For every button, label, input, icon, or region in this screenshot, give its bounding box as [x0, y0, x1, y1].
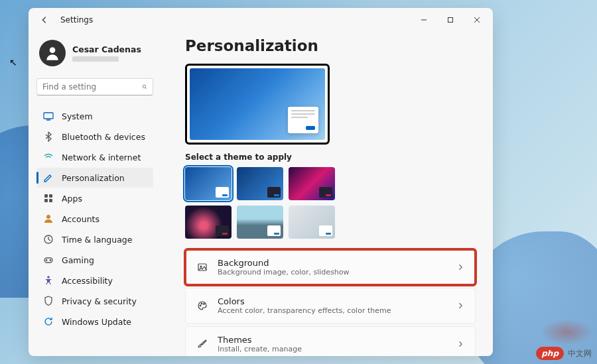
theme-caption: Select a theme to apply: [185, 152, 481, 162]
sidebar-item-label: Bluetooth & devices: [62, 132, 145, 142]
apps-icon: [43, 193, 54, 204]
settings-list: BackgroundBackground image, color, slide…: [185, 249, 481, 356]
svg-point-5: [143, 85, 146, 88]
svg-rect-10: [49, 194, 52, 198]
user-name: Cesar Cadenas: [72, 44, 141, 54]
sidebar-item-bluetooth-devices[interactable]: Bluetooth & devices: [36, 127, 153, 147]
search-text-field[interactable]: [42, 82, 142, 91]
sidebar-item-label: Accounts: [62, 214, 100, 224]
row-desc: Install, create, manage: [218, 345, 447, 353]
chevron-right-icon: [456, 261, 464, 274]
svg-line-6: [146, 88, 147, 90]
titlebar: Settings: [29, 8, 493, 32]
svg-rect-1: [448, 18, 453, 23]
theme-grid: [185, 167, 351, 239]
svg-point-19: [200, 266, 202, 267]
accounts-icon: [43, 213, 54, 224]
personalization-icon: [43, 172, 54, 183]
desktop-preview: [185, 64, 330, 145]
gaming-icon: [43, 255, 54, 265]
minimize-button[interactable]: [411, 10, 437, 30]
time-language-icon: [43, 234, 54, 245]
avatar: [39, 40, 66, 66]
sidebar-item-label: Accessibility: [62, 276, 113, 286]
sidebar-item-privacy-security[interactable]: Privacy & security: [36, 291, 153, 311]
sidebar-item-label: Time & language: [62, 235, 132, 245]
setting-row-background[interactable]: BackgroundBackground image, color, slide…: [185, 249, 476, 285]
theme-option-4[interactable]: [185, 206, 232, 239]
setting-row-themes[interactable]: ThemesInstall, create, manage: [185, 326, 476, 356]
close-button[interactable]: [464, 10, 490, 30]
sidebar-item-label: Apps: [62, 194, 82, 204]
sidebar-item-label: Network & internet: [62, 152, 141, 162]
row-desc: Background image, color, slideshow: [218, 268, 447, 276]
page-title: Personalization: [185, 37, 481, 54]
mouse-cursor: ↖: [9, 57, 17, 68]
sidebar-item-accessibility[interactable]: Accessibility: [36, 271, 153, 290]
sidebar-item-windows-update[interactable]: Windows Update: [36, 312, 153, 332]
row-title: Background: [218, 258, 447, 268]
svg-point-20: [200, 305, 201, 306]
user-account-block[interactable]: Cesar Cadenas: [36, 37, 153, 69]
update-icon: [43, 316, 54, 327]
privacy-icon: [43, 296, 54, 306]
setting-row-colors[interactable]: ColorsAccent color, transparency effects…: [185, 288, 476, 324]
sidebar-item-gaming[interactable]: Gaming: [36, 250, 153, 270]
svg-point-4: [50, 47, 56, 53]
sidebar-item-label: Gaming: [62, 255, 94, 265]
row-title: Themes: [218, 335, 447, 345]
svg-rect-12: [49, 199, 52, 202]
row-desc: Accent color, transparency effects, colo…: [218, 306, 447, 315]
sidebar-item-apps[interactable]: Apps: [36, 188, 153, 208]
nav-list: SystemBluetooth & devicesNetwork & inter…: [36, 106, 153, 332]
sidebar-item-network-internet[interactable]: Network & internet: [36, 147, 153, 167]
sidebar-item-label: Windows Update: [62, 317, 131, 327]
search-input[interactable]: [36, 78, 153, 95]
svg-point-13: [46, 215, 50, 219]
svg-point-22: [204, 304, 205, 305]
sidebar-item-system[interactable]: System: [36, 106, 153, 126]
search-icon: [142, 82, 147, 91]
watermark: php 中文网: [536, 347, 592, 360]
theme-option-1[interactable]: [185, 167, 232, 200]
sidebar-item-personalization[interactable]: Personalization: [36, 168, 153, 188]
sidebar: Cesar Cadenas SystemBluetooth & devicesN…: [29, 32, 161, 356]
back-button[interactable]: [36, 12, 52, 28]
svg-point-16: [50, 260, 51, 261]
chevron-right-icon: [456, 300, 464, 312]
theme-option-6[interactable]: [289, 206, 335, 239]
sidebar-item-label: System: [62, 111, 93, 121]
main-content: Personalization Select a theme to apply: [161, 32, 493, 356]
palette-icon: [196, 300, 208, 312]
system-icon: [43, 111, 54, 121]
sidebar-item-accounts[interactable]: Accounts: [36, 209, 153, 229]
svg-rect-7: [44, 113, 53, 119]
row-title: Colors: [218, 296, 447, 306]
svg-point-17: [47, 276, 50, 278]
window-controls: [411, 10, 490, 30]
watermark-badge: php: [536, 347, 564, 360]
watermark-text: 中文网: [568, 348, 592, 359]
sidebar-item-time-language[interactable]: Time & language: [36, 229, 153, 249]
theme-option-2[interactable]: [237, 167, 283, 200]
brush-icon: [196, 338, 208, 350]
bluetooth-icon: [43, 131, 54, 142]
maximize-button[interactable]: [437, 10, 464, 30]
settings-window: Settings Cesar Cadenas SystemBlueto: [29, 8, 493, 356]
image-icon: [196, 261, 208, 273]
sidebar-item-label: Personalization: [62, 173, 125, 183]
sidebar-item-label: Privacy & security: [62, 296, 137, 306]
theme-option-3[interactable]: [289, 167, 335, 200]
theme-option-5[interactable]: [237, 206, 283, 239]
svg-point-21: [201, 303, 202, 304]
chevron-right-icon: [456, 338, 464, 351]
wifi-icon: [43, 152, 54, 162]
window-title: Settings: [60, 15, 93, 25]
accessibility-icon: [43, 275, 54, 286]
svg-rect-9: [44, 194, 48, 198]
svg-rect-11: [44, 199, 48, 202]
user-email-placeholder: [72, 56, 119, 62]
